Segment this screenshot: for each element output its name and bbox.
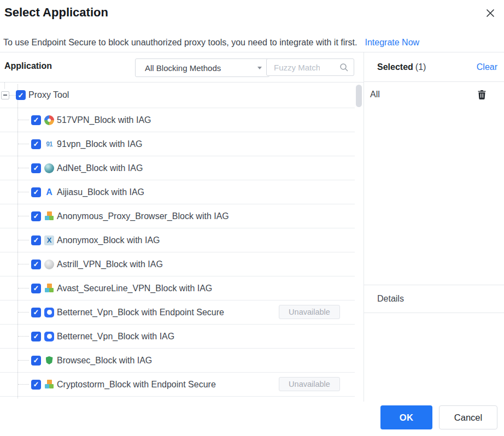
tree-item-label: Betternet_Vpn_Block with IAG: [57, 332, 174, 341]
search-input[interactable]: [274, 63, 320, 72]
dropdown-value: All Blocking Methods: [145, 63, 221, 73]
checkbox-checked[interactable]: [31, 235, 41, 245]
cubes-icon: [44, 380, 54, 390]
application-toolbar: Application All Blocking Methods: [0, 52, 364, 83]
tree-row[interactable]: 517VPN_Block with IAG: [0, 108, 355, 132]
select-application-dialog: Select Application To use Endpoint Secur…: [0, 0, 504, 436]
shield-face-icon: [44, 308, 54, 317]
chevron-down-icon: [257, 67, 262, 69]
tree-item-label: Anonymox_Block with IAG: [57, 235, 160, 245]
details-section: Details: [364, 285, 504, 313]
application-header: Application: [4, 61, 52, 71]
tree-row[interactable]: AdNet_Block with IAG: [0, 156, 355, 180]
details-label: Details: [377, 294, 404, 304]
tree-item-label: 91vpn_Block with IAG: [57, 139, 143, 149]
tree-item-label: Aijiasu_Block with IAG: [57, 187, 144, 197]
tree-row[interactable]: Avast_SecureLine_VPN_Block with IAG: [0, 276, 355, 301]
tree-row[interactable]: Browsec_Block with IAG: [0, 349, 355, 373]
selected-count: (1): [415, 62, 426, 72]
checkbox-checked[interactable]: [31, 163, 41, 173]
checkbox-checked[interactable]: [31, 308, 41, 317]
checkbox-checked[interactable]: [16, 90, 26, 100]
pinwheel-icon: [44, 115, 54, 125]
blocking-methods-dropdown[interactable]: All Blocking Methods: [135, 58, 269, 77]
notice-text: To use Endpoint Secure to block unauthor…: [3, 38, 357, 48]
tree-parent-label: Proxy Tool: [28, 90, 69, 100]
tree-item-label: Astrill_VPN_Block with IAG: [57, 260, 163, 269]
checkbox-checked[interactable]: [31, 139, 41, 149]
globe-icon: [44, 163, 54, 173]
cubes-icon: [44, 284, 54, 293]
tree-item-label: 517VPN_Block with IAG: [57, 115, 151, 125]
letter-a-icon: [44, 187, 54, 197]
green-shield-icon: [44, 356, 54, 366]
tree-item-label: Betternet_Vpn_Block with Endpoint Secure: [57, 308, 224, 317]
checkbox-checked[interactable]: [31, 260, 41, 269]
trash-icon[interactable]: [478, 90, 486, 99]
checkbox-checked[interactable]: [31, 187, 41, 197]
unavailable-badge: Unavailable: [279, 377, 340, 391]
search-box: [266, 58, 354, 76]
selected-label: Selected: [377, 62, 413, 72]
clear-link[interactable]: Clear: [477, 62, 497, 72]
tree-item-label: Browsec_Block with IAG: [57, 356, 152, 366]
selected-item-all[interactable]: All: [364, 82, 504, 107]
tree-row[interactable]: 91vpn_Block with IAG: [0, 132, 355, 156]
tree-row[interactable]: Aijiasu_Block with IAG: [0, 180, 355, 204]
tree-row[interactable]: Astrill_VPN_Block with IAG: [0, 252, 355, 276]
tree-item-label: Avast_SecureLine_VPN_Block with IAG: [57, 284, 212, 293]
selected-header: Selected(1) Clear: [364, 52, 504, 82]
integrate-now-link[interactable]: Integrate Now: [365, 38, 419, 48]
checkbox-checked[interactable]: [31, 211, 41, 221]
tree-row[interactable]: Cryptostorm_Block with Endpoint SecureUn…: [0, 373, 355, 397]
selected-panel: Selected(1) Clear All Details: [364, 52, 504, 402]
tree-row-parent[interactable]: Proxy Tool: [0, 83, 355, 108]
ok-button[interactable]: OK: [380, 405, 432, 429]
shield-face-icon: [44, 332, 54, 341]
tree-row[interactable]: Betternet_Vpn_Block with Endpoint Secure…: [0, 301, 355, 325]
selected-title: Selected(1): [377, 62, 426, 72]
checkbox-checked[interactable]: [31, 284, 41, 293]
x-square-icon: [44, 235, 54, 245]
integration-notice-bar: To use Endpoint Secure to block unauthor…: [0, 33, 504, 52]
page-title: Select Application: [4, 5, 108, 20]
scrollbar-thumb[interactable]: [356, 85, 362, 107]
checkbox-checked[interactable]: [31, 356, 41, 366]
sphere-icon: [44, 260, 54, 269]
close-icon[interactable]: [484, 7, 496, 19]
search-icon: [339, 63, 349, 72]
tree-row[interactable]: Anonymous_Proxy_Browser_Block with IAG: [0, 204, 355, 228]
checkbox-checked[interactable]: [31, 332, 41, 341]
selected-item-label: All: [370, 90, 380, 99]
application-tree: Proxy Tool517VPN_Block with IAG91vpn_Blo…: [0, 83, 364, 402]
tree-item-label: Anonymous_Proxy_Browser_Block with IAG: [57, 211, 229, 221]
tree-item-label: AdNet_Block with IAG: [57, 163, 143, 173]
checkbox-checked[interactable]: [31, 380, 41, 390]
tree-connector: [9, 95, 16, 96]
tree-row[interactable]: Anonymox_Block with IAG: [0, 228, 355, 252]
collapse-minus-icon[interactable]: [1, 91, 9, 99]
cubes-icon: [44, 211, 54, 221]
checkbox-checked[interactable]: [31, 115, 41, 125]
cancel-button[interactable]: Cancel: [439, 405, 497, 429]
vpn91-icon: [44, 139, 54, 149]
application-panel: Application All Blocking Methods Proxy T…: [0, 52, 364, 402]
unavailable-badge: Unavailable: [279, 305, 340, 319]
tree-item-label: Cryptostorm_Block with Endpoint Secure: [57, 380, 216, 390]
tree-row[interactable]: Betternet_Vpn_Block with IAG: [0, 325, 355, 349]
